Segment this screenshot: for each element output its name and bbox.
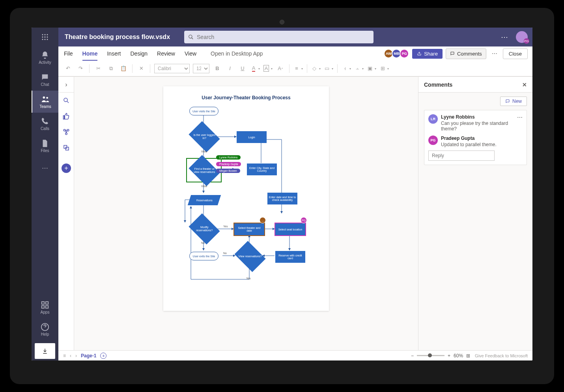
tab-file[interactable]: File [64, 46, 73, 61]
bold-icon[interactable]: B [213, 64, 222, 73]
cut-icon[interactable]: ✂ [93, 64, 103, 73]
rail-apps[interactable]: Apps [32, 297, 58, 320]
zoom-value[interactable]: 60% [454, 353, 463, 359]
ribbon: File Home Insert Design Review View Open… [58, 46, 532, 77]
comment-icon [505, 99, 510, 104]
search-input[interactable] [197, 34, 370, 40]
bring-front-icon[interactable]: ▣ [367, 64, 376, 73]
undo-icon[interactable]: ↶ [63, 64, 73, 73]
add-tool-button[interactable]: + [58, 160, 74, 176]
font-family-select[interactable]: Calibri [154, 64, 190, 73]
waffle-icon[interactable] [32, 28, 58, 46]
tab-design[interactable]: Design [130, 46, 148, 61]
font-grow-icon[interactable]: A+ [276, 64, 285, 73]
zoom-controls: − + 60% ⊞ [411, 353, 470, 359]
search-tool-icon[interactable] [58, 93, 74, 108]
underline-icon[interactable]: U [238, 64, 247, 73]
shape-select-seat[interactable]: Select seat location [275, 223, 305, 235]
add-page-button[interactable]: + [100, 353, 106, 359]
fill-icon[interactable]: ◇ [311, 64, 321, 73]
search-box[interactable] [184, 31, 374, 43]
zoom-out-button[interactable]: − [411, 353, 414, 359]
comment-avatar: LR [428, 114, 438, 124]
document-title: Theatre booking process flow.vsdx [63, 33, 170, 41]
svg-point-3 [42, 37, 43, 38]
tab-review[interactable]: Review [157, 46, 175, 61]
rail-calls[interactable]: Calls [32, 113, 58, 135]
close-icon[interactable]: ✕ [522, 82, 527, 88]
new-comment-button[interactable]: New [500, 97, 527, 106]
shape-reserve[interactable]: Reserve with credit card [275, 251, 305, 263]
comment-thread[interactable]: LR Lyyne Robbins Can you please try the … [424, 110, 527, 165]
share-button[interactable]: Share [412, 49, 443, 59]
group-icon[interactable]: ⊞ [379, 64, 389, 73]
like-tool-icon[interactable] [58, 108, 74, 124]
rail-teams[interactable]: Teams [32, 91, 58, 113]
delete-icon[interactable]: ✕ [136, 64, 146, 73]
ribbon-more-icon[interactable]: ⋯ [489, 49, 500, 58]
shape-exit[interactable]: User exits the Site [189, 252, 219, 260]
italic-icon[interactable]: I [225, 64, 235, 73]
canvas[interactable]: User Journey-Theater Booking Process [74, 77, 418, 350]
user-avatar[interactable] [516, 31, 528, 43]
side-tool-rail: › + [58, 77, 74, 350]
shape-view-res[interactable]: View reservations? [234, 241, 265, 272]
rail-label: Teams [39, 104, 51, 109]
feedback-link[interactable]: Give Feedback to Microsoft [475, 353, 528, 358]
svg-point-6 [42, 39, 43, 40]
topbar-more-icon[interactable]: ⋯ [498, 33, 511, 41]
presence-pill: Lynne Robbins [216, 155, 241, 160]
rail-activity[interactable]: Activity [32, 46, 58, 69]
close-button[interactable]: Close [503, 48, 528, 59]
rail-label: Calls [41, 126, 49, 131]
tab-home[interactable]: Home [82, 46, 98, 61]
tab-view[interactable]: View [185, 46, 196, 61]
arrange-position-icon[interactable]: ⫠ [354, 64, 364, 73]
line-icon[interactable]: ▭ [324, 64, 333, 73]
presence-pill: Megan Bowen [216, 169, 240, 173]
svg-rect-14 [46, 305, 48, 308]
highlight-icon[interactable]: A [263, 64, 273, 73]
font-size-select[interactable]: 12 [193, 64, 209, 73]
next-page-icon[interactable]: › [75, 353, 77, 359]
reply-input[interactable] [428, 150, 495, 161]
align-icon[interactable]: ≡ [293, 64, 303, 73]
shape-modify[interactable]: Modify reservations? [189, 213, 220, 244]
font-color-icon[interactable]: A [250, 64, 260, 73]
presence-avatar[interactable]: PG [400, 49, 409, 58]
fit-page-icon[interactable]: ⊞ [466, 353, 470, 359]
arrange-align-icon[interactable]: ⫞ [342, 64, 351, 73]
download-button[interactable] [35, 343, 55, 359]
shape-decision-login[interactable]: Is the user logged in? [189, 121, 220, 152]
comment-marker[interactable]: ... [260, 217, 266, 223]
page-tab[interactable]: Page-1 [81, 353, 96, 359]
shape-start[interactable]: User visits the Site [189, 107, 219, 115]
comment-more-icon[interactable]: ⋯ [517, 114, 523, 121]
tab-insert[interactable]: Insert [107, 46, 121, 61]
redo-icon[interactable]: ↷ [76, 64, 85, 73]
rail-help[interactable]: Help [32, 320, 58, 342]
shape-reservations[interactable]: Reservations [188, 195, 221, 205]
shape-login[interactable]: Login [237, 131, 267, 143]
layers-tool-icon[interactable] [58, 140, 74, 156]
shape-select-theater[interactable]: Select theater and date [234, 223, 264, 235]
comments-panel: Comments ✕ New LR Lyyne Robbins [418, 77, 532, 350]
comments-button[interactable]: Comments [446, 48, 486, 59]
sheet-menu-icon[interactable]: ≡ [63, 353, 66, 359]
open-in-desktop[interactable]: Open in Desktop App [211, 46, 263, 61]
zoom-slider[interactable] [417, 355, 444, 356]
prev-page-icon[interactable]: ‹ [70, 353, 71, 359]
rail-more[interactable]: ⋯ [32, 157, 58, 179]
rail-chat[interactable]: Chat [32, 69, 58, 91]
shape-enter-city[interactable]: Enter City, State and Country [247, 163, 277, 175]
expand-panel-icon[interactable]: › [58, 77, 74, 93]
paste-icon[interactable]: 📋 [119, 64, 128, 73]
connector-label: Yes [246, 277, 250, 280]
zoom-in-button[interactable]: + [448, 353, 450, 359]
shapes-tool-icon[interactable] [58, 124, 74, 140]
rail-files[interactable]: Files [32, 135, 58, 157]
svg-point-10 [46, 97, 48, 99]
comment-marker[interactable]: PG [301, 217, 307, 223]
shape-enter-date[interactable]: Enter date and time to check availabilit… [267, 193, 297, 204]
copy-icon[interactable]: ⧉ [106, 64, 116, 73]
